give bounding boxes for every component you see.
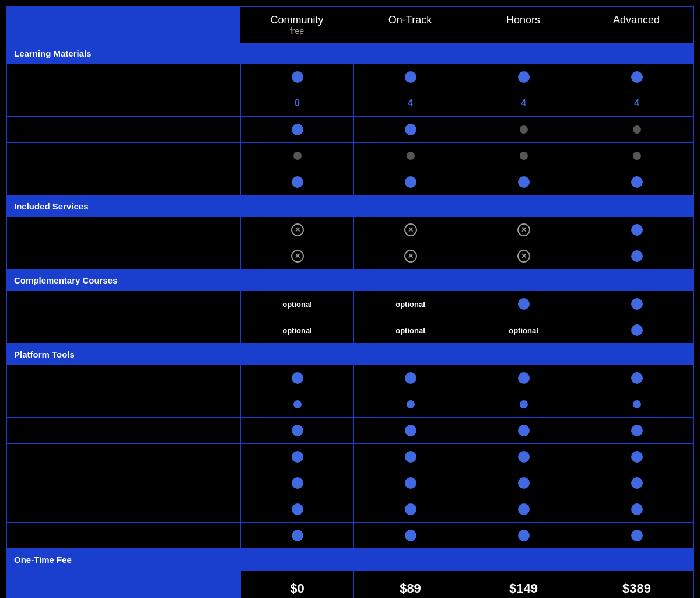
row-cell — [580, 143, 693, 169]
row-cell — [240, 418, 354, 443]
row-cell — [354, 470, 467, 496]
row-cell — [467, 470, 580, 496]
row-cell — [580, 391, 693, 417]
header-empty-cell — [7, 7, 240, 43]
row-cell — [467, 444, 580, 470]
row-label — [7, 444, 240, 470]
row-cell — [240, 444, 354, 470]
row-cell — [354, 117, 467, 142]
comparison-table: Community free On-Track Honors Advanced … — [6, 6, 694, 598]
row-cell — [354, 444, 467, 470]
section-title-1: Included Services — [7, 195, 693, 217]
price-community: $0 — [240, 571, 354, 598]
row-label — [7, 317, 240, 343]
row-label — [7, 291, 240, 317]
row-cell — [467, 418, 580, 443]
section-title-2: Complementary Courses — [7, 270, 693, 291]
row-cell: optional — [354, 317, 467, 343]
row-label — [7, 496, 240, 522]
header-community: Community free — [240, 7, 354, 43]
table-row: optionaloptionaloptional — [7, 317, 693, 344]
table-row — [7, 143, 693, 169]
header-advanced: Advanced — [580, 7, 693, 43]
price-honors: $149 — [467, 571, 580, 598]
table-row — [7, 169, 693, 195]
row-cell — [354, 365, 467, 391]
row-cell — [240, 169, 354, 195]
row-cell: 4 — [580, 90, 693, 116]
row-cell — [580, 496, 693, 522]
row-cell — [467, 391, 580, 417]
row-cell: optional — [240, 291, 354, 317]
row-cell — [240, 391, 354, 417]
section-title-0: Learning Materials — [7, 43, 693, 64]
section-header-3: Platform Tools — [7, 344, 693, 365]
row-cell: ✕ — [467, 217, 580, 243]
row-cell — [240, 117, 354, 142]
row-cell: ✕ — [354, 217, 467, 243]
section-title-3: Platform Tools — [7, 344, 693, 365]
table-row: ✕✕✕ — [7, 243, 693, 270]
row-cell — [580, 444, 693, 470]
row-cell — [580, 418, 693, 443]
header-ontrack: On-Track — [354, 7, 467, 43]
row-cell: ✕ — [467, 243, 580, 269]
section-header-1: Included Services — [7, 195, 693, 217]
row-cell — [580, 217, 693, 243]
header-honors: Honors — [467, 7, 580, 43]
row-cell — [580, 470, 693, 496]
row-label — [7, 143, 240, 169]
table-row — [7, 391, 693, 418]
row-label — [7, 64, 240, 90]
row-label — [7, 243, 240, 269]
row-cell — [580, 64, 693, 90]
table-row — [7, 470, 693, 496]
row-cell — [580, 117, 693, 142]
price-ontrack: $89 — [354, 571, 467, 598]
row-label — [7, 391, 240, 417]
table-row — [7, 64, 693, 90]
footer-price-row: $0 $89 $149 $389 — [7, 571, 693, 598]
row-cell: optional — [467, 317, 580, 343]
row-cell — [354, 391, 467, 417]
row-cell: 4 — [354, 90, 467, 116]
row-label — [7, 470, 240, 496]
row-cell — [580, 243, 693, 269]
row-cell — [354, 143, 467, 169]
row-cell — [240, 143, 354, 169]
table-row — [7, 418, 693, 444]
row-cell — [580, 169, 693, 195]
table-row — [7, 365, 693, 391]
row-cell — [240, 523, 354, 548]
footer-label: One-Time Fee — [7, 549, 240, 571]
row-cell: ✕ — [354, 243, 467, 269]
row-label — [7, 217, 240, 243]
row-cell — [467, 169, 580, 195]
row-cell — [467, 291, 580, 317]
row-cell — [467, 365, 580, 391]
row-cell — [467, 143, 580, 169]
row-cell — [467, 496, 580, 522]
row-cell: ✕ — [240, 217, 354, 243]
row-cell: 0 — [240, 90, 354, 116]
row-label — [7, 169, 240, 195]
table-row — [7, 523, 693, 549]
row-cell — [467, 64, 580, 90]
header-row: Community free On-Track Honors Advanced — [7, 7, 693, 43]
table-row: ✕✕✕ — [7, 217, 693, 243]
row-label — [7, 365, 240, 391]
section-header-0: Learning Materials — [7, 43, 693, 64]
row-cell — [240, 365, 354, 391]
row-cell — [467, 117, 580, 142]
row-cell: optional — [240, 317, 354, 343]
row-cell — [240, 496, 354, 522]
footer-price-empty — [7, 571, 240, 598]
row-cell — [354, 418, 467, 443]
row-label — [7, 523, 240, 548]
sections-container: Learning Materials0444Included Services✕… — [7, 43, 693, 549]
price-advanced: $389 — [580, 571, 693, 598]
row-cell — [354, 169, 467, 195]
row-cell — [580, 365, 693, 391]
row-cell — [580, 291, 693, 317]
row-cell — [354, 64, 467, 90]
